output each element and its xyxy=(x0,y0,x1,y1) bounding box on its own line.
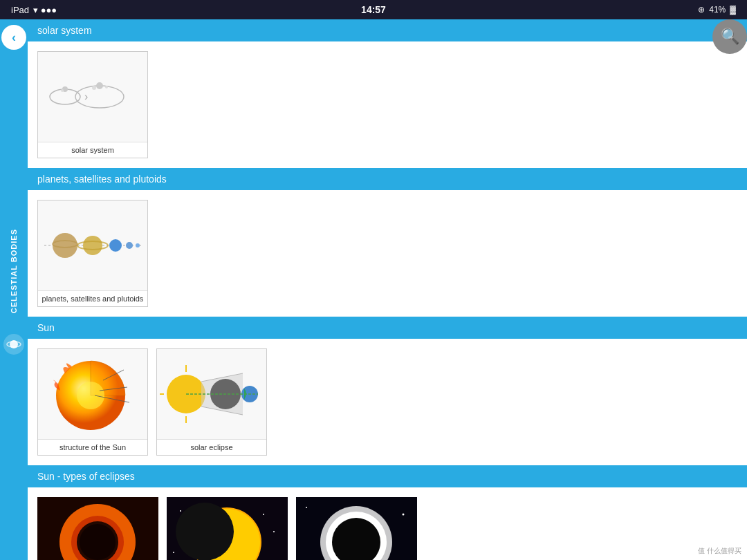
battery-level: 41% xyxy=(709,5,726,15)
status-bar-right: ⊕ 41% ▓ xyxy=(698,5,736,15)
cards-planets: planets, satellites and plutoids xyxy=(28,190,747,314)
cards-sun: structure of the Sun xyxy=(28,339,747,463)
svg-point-4 xyxy=(61,89,64,92)
back-button[interactable]: ‹ xyxy=(1,25,26,50)
main-container: ‹ CELESTIAL BODIES solar system xyxy=(0,19,747,560)
svg-point-42 xyxy=(173,552,174,553)
svg-point-13 xyxy=(83,236,102,255)
section-sun: Sun xyxy=(28,317,747,463)
photo-card-eclipse-3[interactable] xyxy=(296,497,417,560)
svg-point-40 xyxy=(263,514,264,515)
wifi-icon: ▾ ●●● xyxy=(33,5,57,15)
section-header-sun-eclipses: Sun - types of eclipses xyxy=(28,465,747,487)
battery-icon: ⊕ xyxy=(698,5,705,15)
planet-icon xyxy=(3,334,24,355)
content-area: solar system › xyxy=(28,19,747,560)
svg-text:›: › xyxy=(84,91,88,102)
card-label-solar-system: solar system xyxy=(38,142,147,158)
status-bar: iPad ▾ ●●● 14:57 ⊕ 41% ▓ xyxy=(0,0,747,19)
svg-point-43 xyxy=(273,531,275,532)
photo-card-eclipse-2[interactable] xyxy=(167,497,288,560)
svg-point-38 xyxy=(180,510,181,512)
card-image-planets xyxy=(38,200,147,290)
device-name: iPad xyxy=(11,5,29,15)
watermark: 值 什么值得买 xyxy=(698,546,741,556)
svg-point-49 xyxy=(403,514,405,516)
cards-solar-system: › solar system xyxy=(28,41,747,165)
left-nav: ‹ CELESTIAL BODIES xyxy=(0,19,28,560)
svg-point-11 xyxy=(53,233,77,258)
svg-point-46 xyxy=(176,503,234,560)
section-header-sun: Sun xyxy=(28,317,747,339)
svg-point-9 xyxy=(105,86,108,88)
svg-point-16 xyxy=(126,242,133,249)
svg-point-36 xyxy=(80,524,116,560)
nav-middle: CELESTIAL BODIES xyxy=(3,50,24,534)
search-button[interactable]: 🔍 xyxy=(712,19,747,54)
status-bar-left: iPad ▾ ●●● xyxy=(11,5,57,15)
svg-point-19 xyxy=(77,382,104,409)
card-planets[interactable]: planets, satellites and plutoids xyxy=(37,200,148,307)
status-bar-time: 14:57 xyxy=(361,4,386,15)
svg-point-15 xyxy=(109,239,122,252)
card-label-solar-eclipse: solar eclipse xyxy=(157,439,266,455)
svg-point-8 xyxy=(92,86,96,90)
svg-point-48 xyxy=(306,507,307,508)
card-solar-system[interactable]: › solar system xyxy=(37,51,148,158)
back-icon: ‹ xyxy=(12,30,16,45)
svg-point-17 xyxy=(136,243,140,248)
card-label-planets: planets, satellites and plutoids xyxy=(38,290,147,306)
battery-bar: ▓ xyxy=(730,5,736,15)
section-header-planets: planets, satellites and plutoids xyxy=(28,168,747,190)
card-image-sun-structure xyxy=(38,349,147,439)
card-image-solar-eclipse xyxy=(157,349,266,439)
section-solar-system: solar system › xyxy=(28,19,747,165)
card-sun-structure[interactable]: structure of the Sun xyxy=(37,348,148,456)
photo-card-eclipse-1[interactable] xyxy=(37,497,158,560)
section-sun-eclipses: Sun - types of eclipses xyxy=(28,465,747,560)
cards-sun-eclipses xyxy=(28,487,747,560)
celestial-bodies-label: CELESTIAL BODIES xyxy=(10,229,18,313)
section-header-solar-system: solar system xyxy=(28,19,747,41)
search-icon: 🔍 xyxy=(721,28,739,46)
section-planets: planets, satellites and plutoids xyxy=(28,168,747,314)
card-image-solar-system: › xyxy=(38,52,147,142)
card-solar-eclipse[interactable]: solar eclipse xyxy=(156,348,267,456)
card-label-sun-structure: structure of the Sun xyxy=(38,439,147,455)
svg-point-7 xyxy=(96,82,103,89)
